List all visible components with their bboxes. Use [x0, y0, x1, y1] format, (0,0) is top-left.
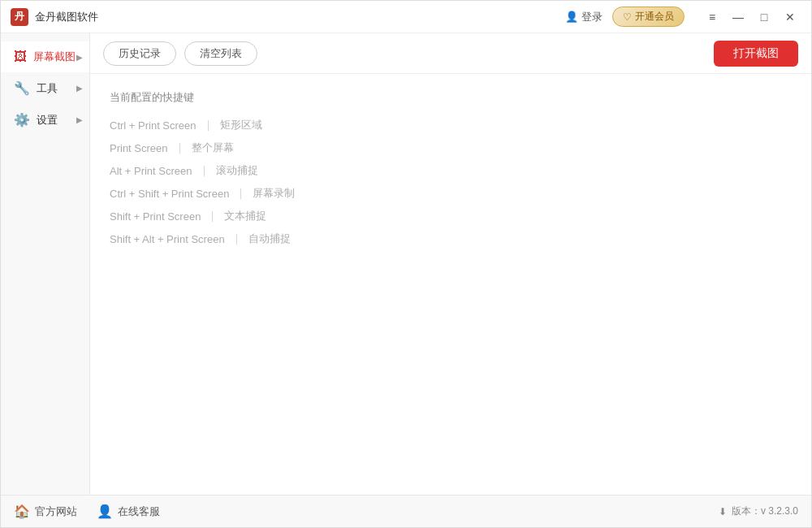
- shortcut-sep-1: ｜: [175, 141, 185, 155]
- sidebar-item-label-settings: 设置: [37, 113, 58, 128]
- shortcut-desc-0: 矩形区域: [220, 118, 262, 132]
- shortcut-desc-1: 整个屏幕: [192, 141, 234, 155]
- website-link[interactable]: 🏠 官方网站: [14, 504, 77, 519]
- heart-icon: ♡: [623, 11, 632, 23]
- login-label: 登录: [581, 10, 603, 24]
- sidebar: 🖼 屏幕截图 ▶ 🔧 工具 ▶ ⚙️ 设置 ▶: [1, 33, 90, 495]
- shortcut-sep-4: ｜: [207, 209, 218, 223]
- shortcut-desc-3: 屏幕录制: [253, 186, 295, 201]
- shortcut-key-0: Ctrl + Print Screen: [110, 119, 197, 132]
- shortcut-section-title: 当前配置的快捷键: [110, 90, 792, 105]
- titlebar-actions: 👤 登录 ♡ 开通会员 ≡ — □ ✕: [565, 6, 801, 28]
- shortcut-item-3: Ctrl + Shift + Print Screen ｜ 屏幕录制: [110, 186, 792, 201]
- shortcut-key-1: Print Screen: [110, 142, 168, 154]
- sidebar-item-label-tools: 工具: [37, 81, 58, 96]
- content-area: 历史记录 清空列表 打开截图 当前配置的快捷键 Ctrl + Print Scr…: [90, 33, 811, 495]
- service-icon: 👤: [97, 504, 113, 519]
- login-button[interactable]: 👤 登录: [565, 10, 603, 24]
- main-layout: 🖼 屏幕截图 ▶ 🔧 工具 ▶ ⚙️ 设置 ▶ 历史记录 清空列表 打开截图 当…: [1, 33, 811, 495]
- window-buttons: ≡ — □ ✕: [701, 6, 801, 28]
- titlebar: 丹 金丹截图软件 👤 登录 ♡ 开通会员 ≡ — □ ✕: [1, 1, 811, 33]
- website-icon: 🏠: [14, 504, 30, 519]
- shortcut-item-1: Print Screen ｜ 整个屏幕: [110, 141, 792, 155]
- shortcut-desc-5: 自动捕捉: [248, 232, 291, 246]
- shortcut-list: Ctrl + Print Screen ｜ 矩形区域 Print Screen …: [110, 118, 792, 246]
- sidebar-item-label-screen: 屏幕截图: [33, 50, 76, 64]
- shortcut-sep-2: ｜: [199, 163, 209, 178]
- vip-label: 开通会员: [635, 10, 674, 24]
- chevron-right-icon: ▶: [76, 53, 83, 62]
- sidebar-item-screen-capture[interactable]: 🖼 屏幕截图 ▶: [1, 41, 89, 72]
- service-link[interactable]: 👤 在线客服: [97, 504, 160, 519]
- footer: 🏠 官方网站 👤 在线客服 ⬇ 版本：v 3.2.3.0: [1, 495, 811, 527]
- shortcut-desc-4: 文本捕捉: [224, 209, 266, 223]
- shortcut-desc-2: 滚动捕捉: [216, 163, 258, 178]
- clear-button[interactable]: 清空列表: [184, 41, 257, 66]
- chevron-right-icon-settings: ▶: [76, 115, 83, 124]
- shortcut-key-5: Shift + Alt + Print Screen: [110, 233, 225, 245]
- vip-button[interactable]: ♡ 开通会员: [612, 6, 685, 27]
- shortcut-sep-0: ｜: [203, 118, 214, 132]
- shortcut-section: 当前配置的快捷键 Ctrl + Print Screen ｜ 矩形区域 Prin…: [90, 74, 811, 495]
- app-title: 金丹截图软件: [35, 10, 565, 24]
- website-label: 官方网站: [35, 504, 77, 519]
- close-button[interactable]: ✕: [779, 6, 801, 28]
- version-label: 版本：v 3.2.3.0: [732, 504, 798, 518]
- service-label: 在线客服: [118, 504, 160, 519]
- app-logo: 丹: [11, 8, 28, 26]
- maximize-button[interactable]: □: [753, 6, 775, 28]
- shortcut-item-4: Shift + Print Screen ｜ 文本捕捉: [110, 209, 792, 223]
- capture-button[interactable]: 打开截图: [714, 41, 798, 67]
- shortcut-sep-3: ｜: [235, 186, 246, 201]
- toolbar: 历史记录 清空列表 打开截图: [90, 33, 811, 74]
- menu-button[interactable]: ≡: [701, 6, 723, 28]
- version-info: ⬇ 版本：v 3.2.3.0: [719, 504, 798, 518]
- shortcut-key-2: Alt + Print Screen: [110, 165, 192, 177]
- shortcut-key-4: Shift + Print Screen: [110, 210, 201, 223]
- shortcut-key-3: Ctrl + Shift + Print Screen: [110, 188, 229, 200]
- shortcut-item-2: Alt + Print Screen ｜ 滚动捕捉: [110, 163, 792, 178]
- shortcut-sep-5: ｜: [231, 232, 242, 246]
- minimize-button[interactable]: —: [727, 6, 749, 28]
- sidebar-item-settings[interactable]: ⚙️ 设置 ▶: [1, 104, 89, 136]
- screen-capture-icon: 🖼: [14, 50, 27, 64]
- download-icon: ⬇: [719, 506, 727, 517]
- sidebar-item-tools[interactable]: 🔧 工具 ▶: [1, 72, 89, 104]
- shortcut-item-0: Ctrl + Print Screen ｜ 矩形区域: [110, 118, 792, 132]
- settings-icon: ⚙️: [14, 112, 30, 128]
- user-icon: 👤: [565, 11, 578, 23]
- chevron-right-icon-tools: ▶: [76, 84, 83, 93]
- shortcut-item-5: Shift + Alt + Print Screen ｜ 自动捕捉: [110, 232, 792, 246]
- tools-icon: 🔧: [14, 80, 30, 96]
- history-button[interactable]: 历史记录: [103, 41, 176, 66]
